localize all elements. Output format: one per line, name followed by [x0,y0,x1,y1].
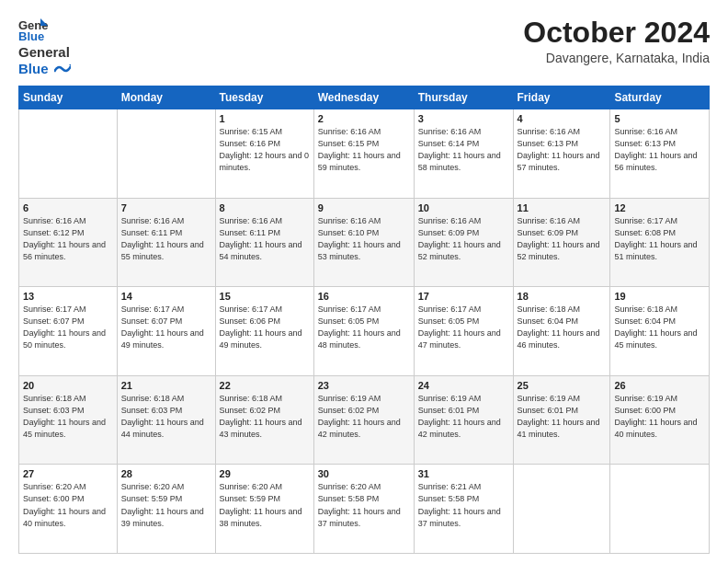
logo-blue: Blue [18,61,49,76]
calendar-header-row: Sunday Monday Tuesday Wednesday Thursday… [19,86,710,109]
table-row [19,109,118,199]
table-row: 13Sunrise: 6:17 AMSunset: 6:07 PMDayligh… [19,287,118,376]
table-row: 7Sunrise: 6:16 AMSunset: 6:11 PMDaylight… [117,198,215,287]
table-row: 11Sunrise: 6:16 AMSunset: 6:09 PMDayligh… [513,198,610,287]
day-info: Sunrise: 6:19 AMSunset: 6:01 PMDaylight:… [418,394,501,439]
day-number: 16 [318,291,410,302]
day-number: 10 [418,202,509,213]
logo-icon: General Blue [18,17,48,42]
day-info: Sunrise: 6:17 AMSunset: 6:07 PMDaylight:… [23,304,106,350]
logo: General Blue General Blue [18,17,71,76]
table-row: 19Sunrise: 6:18 AMSunset: 6:04 PMDayligh… [610,287,710,376]
col-thursday: Thursday [414,86,513,109]
day-info: Sunrise: 6:15 AMSunset: 6:16 PMDaylight:… [220,127,310,172]
table-row: 22Sunrise: 6:18 AMSunset: 6:02 PMDayligh… [215,375,313,465]
day-number: 5 [614,113,705,124]
day-info: Sunrise: 6:17 AMSunset: 6:05 PMDaylight:… [318,304,401,350]
table-row: 3Sunrise: 6:16 AMSunset: 6:14 PMDaylight… [414,109,513,199]
day-number: 6 [23,202,113,213]
day-info: Sunrise: 6:18 AMSunset: 6:02 PMDaylight:… [220,394,302,439]
day-info: Sunrise: 6:18 AMSunset: 6:03 PMDaylight:… [23,394,106,439]
table-row: 5Sunrise: 6:16 AMSunset: 6:13 PMDaylight… [610,109,710,199]
table-row [513,465,610,554]
table-row: 31Sunrise: 6:21 AMSunset: 5:58 PMDayligh… [414,465,513,554]
table-row: 15Sunrise: 6:17 AMSunset: 6:06 PMDayligh… [215,287,313,376]
day-number: 31 [418,468,509,479]
day-info: Sunrise: 6:17 AMSunset: 6:08 PMDaylight:… [614,216,697,261]
day-info: Sunrise: 6:16 AMSunset: 6:11 PMDaylight:… [220,216,302,261]
day-number: 14 [121,291,211,302]
day-number: 1 [220,113,310,124]
col-sunday: Sunday [19,86,118,109]
day-number: 18 [518,291,607,302]
day-info: Sunrise: 6:18 AMSunset: 6:04 PMDaylight:… [614,304,697,350]
day-info: Sunrise: 6:18 AMSunset: 6:03 PMDaylight:… [121,394,204,439]
table-row: 23Sunrise: 6:19 AMSunset: 6:02 PMDayligh… [313,375,414,465]
day-number: 27 [23,468,113,479]
table-row: 26Sunrise: 6:19 AMSunset: 6:00 PMDayligh… [610,375,710,465]
col-friday: Friday [513,86,610,109]
table-row: 14Sunrise: 6:17 AMSunset: 6:07 PMDayligh… [117,287,215,376]
table-row: 28Sunrise: 6:20 AMSunset: 5:59 PMDayligh… [117,465,215,554]
day-number: 15 [220,291,310,302]
col-monday: Monday [117,86,215,109]
table-row: 12Sunrise: 6:17 AMSunset: 6:08 PMDayligh… [610,198,710,287]
title-section: October 2024 Davangere, Karnataka, India [523,17,710,65]
col-tuesday: Tuesday [215,86,313,109]
month-title: October 2024 [523,17,710,49]
day-number: 17 [418,291,509,302]
day-number: 7 [121,202,211,213]
day-info: Sunrise: 6:16 AMSunset: 6:10 PMDaylight:… [318,216,401,261]
day-info: Sunrise: 6:17 AMSunset: 6:06 PMDaylight:… [220,304,302,350]
day-number: 4 [518,113,607,124]
table-row: 1Sunrise: 6:15 AMSunset: 6:16 PMDaylight… [215,109,313,199]
calendar-week-row: 1Sunrise: 6:15 AMSunset: 6:16 PMDaylight… [19,109,710,199]
day-number: 23 [318,380,410,391]
svg-text:Blue: Blue [18,29,44,42]
col-wednesday: Wednesday [313,86,414,109]
day-info: Sunrise: 6:16 AMSunset: 6:11 PMDaylight:… [121,216,204,261]
day-number: 30 [318,468,410,479]
table-row: 16Sunrise: 6:17 AMSunset: 6:05 PMDayligh… [313,287,414,376]
day-info: Sunrise: 6:16 AMSunset: 6:09 PMDaylight:… [418,216,501,261]
table-row: 8Sunrise: 6:16 AMSunset: 6:11 PMDaylight… [215,198,313,287]
day-number: 8 [220,202,310,213]
day-info: Sunrise: 6:16 AMSunset: 6:15 PMDaylight:… [318,127,401,172]
table-row: 24Sunrise: 6:19 AMSunset: 6:01 PMDayligh… [414,375,513,465]
table-row: 9Sunrise: 6:16 AMSunset: 6:10 PMDaylight… [313,198,414,287]
day-info: Sunrise: 6:16 AMSunset: 6:13 PMDaylight:… [614,127,697,172]
day-info: Sunrise: 6:16 AMSunset: 6:12 PMDaylight:… [23,216,106,261]
day-number: 25 [518,380,607,391]
day-info: Sunrise: 6:20 AMSunset: 5:58 PMDaylight:… [318,482,401,527]
day-number: 26 [614,380,705,391]
day-number: 29 [220,468,310,479]
header: General Blue General Blue October 2024 D… [18,17,710,76]
calendar-week-row: 6Sunrise: 6:16 AMSunset: 6:12 PMDaylight… [19,198,710,287]
day-info: Sunrise: 6:20 AMSunset: 6:00 PMDaylight:… [23,482,106,527]
table-row: 18Sunrise: 6:18 AMSunset: 6:04 PMDayligh… [513,287,610,376]
day-number: 3 [418,113,509,124]
day-info: Sunrise: 6:20 AMSunset: 5:59 PMDaylight:… [121,482,204,527]
table-row [117,109,215,199]
day-number: 28 [121,468,211,479]
day-info: Sunrise: 6:16 AMSunset: 6:09 PMDaylight:… [518,216,600,261]
calendar-table: Sunday Monday Tuesday Wednesday Thursday… [18,86,710,554]
page: General Blue General Blue October 2024 D… [0,0,728,563]
calendar-week-row: 27Sunrise: 6:20 AMSunset: 6:00 PMDayligh… [19,465,710,554]
day-number: 2 [318,113,410,124]
day-number: 13 [23,291,113,302]
table-row: 10Sunrise: 6:16 AMSunset: 6:09 PMDayligh… [414,198,513,287]
table-row: 27Sunrise: 6:20 AMSunset: 6:00 PMDayligh… [19,465,118,554]
table-row: 21Sunrise: 6:18 AMSunset: 6:03 PMDayligh… [117,375,215,465]
table-row: 29Sunrise: 6:20 AMSunset: 5:59 PMDayligh… [215,465,313,554]
day-number: 12 [614,202,705,213]
calendar-week-row: 13Sunrise: 6:17 AMSunset: 6:07 PMDayligh… [19,287,710,376]
table-row: 2Sunrise: 6:16 AMSunset: 6:15 PMDaylight… [313,109,414,199]
table-row: 4Sunrise: 6:16 AMSunset: 6:13 PMDaylight… [513,109,610,199]
day-info: Sunrise: 6:19 AMSunset: 6:02 PMDaylight:… [318,394,401,439]
table-row [610,465,710,554]
table-row: 17Sunrise: 6:17 AMSunset: 6:05 PMDayligh… [414,287,513,376]
table-row: 20Sunrise: 6:18 AMSunset: 6:03 PMDayligh… [19,375,118,465]
table-row: 6Sunrise: 6:16 AMSunset: 6:12 PMDaylight… [19,198,118,287]
day-info: Sunrise: 6:17 AMSunset: 6:05 PMDaylight:… [418,304,501,350]
